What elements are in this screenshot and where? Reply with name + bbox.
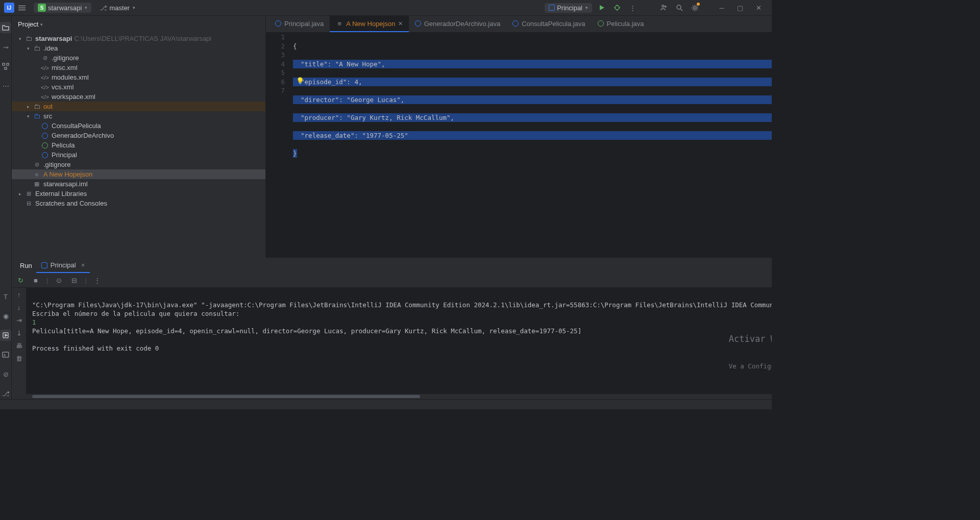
down-button[interactable]: ↓ bbox=[14, 304, 23, 311]
tree-class[interactable]: GeneradorDeArchivo bbox=[12, 131, 265, 140]
bookmarks-tool-button[interactable]: T bbox=[0, 291, 11, 302]
run-panel: Run Principal × ↻ ■ | ⊙ ⊟ | ⋮ ↑ ↓ bbox=[12, 258, 772, 399]
class-icon bbox=[415, 20, 421, 27]
gutter: 1 2 3 4 5 6 7 bbox=[266, 33, 293, 258]
run-config-icon bbox=[41, 262, 47, 268]
intention-bulb-icon[interactable]: 💡 bbox=[296, 77, 304, 86]
project-icon: S bbox=[38, 4, 46, 12]
run-tool-button[interactable] bbox=[0, 330, 11, 341]
close-tab-icon[interactable]: × bbox=[81, 261, 85, 269]
stop-button[interactable]: ■ bbox=[31, 277, 40, 284]
code-editor[interactable]: 1 2 3 4 5 6 7 { "title": "A New Hope", "… bbox=[266, 33, 772, 258]
tree-folder-out[interactable]: ▸ 🗀 out bbox=[12, 102, 265, 111]
tree-class[interactable]: Pelicula bbox=[12, 140, 265, 150]
xml-icon: </> bbox=[40, 94, 50, 100]
run-panel-tabs: Run Principal × bbox=[12, 258, 772, 273]
debug-button[interactable] bbox=[611, 2, 623, 13]
clear-button[interactable]: 🗑 bbox=[14, 355, 23, 362]
iml-icon: ▦ bbox=[32, 181, 41, 187]
print-button[interactable]: 🖶 bbox=[14, 342, 23, 350]
tree-file[interactable]: ▦starwarsapi.iml bbox=[12, 179, 265, 189]
project-tool-button[interactable] bbox=[0, 22, 11, 33]
horizontal-scrollbar[interactable] bbox=[12, 394, 772, 399]
class-icon bbox=[512, 20, 519, 27]
tree-file[interactable]: ⊘.gitignore bbox=[12, 160, 265, 169]
tab-consulta[interactable]: ConsultaPelicula.java bbox=[506, 16, 591, 32]
terminal-tool-button[interactable] bbox=[0, 349, 11, 360]
scroll-to-end-button[interactable]: ⤓ bbox=[14, 329, 23, 337]
run-left-toolbar: ↑ ↓ ⇥ ⤓ 🖶 🗑 bbox=[12, 288, 26, 394]
tree-folder-src[interactable]: ▾ 🗀 src bbox=[12, 111, 265, 121]
tree-file[interactable]: </>misc.xml bbox=[12, 63, 265, 72]
svg-point-1 bbox=[662, 5, 664, 7]
editor-tabs: Principal.java ≡A New Hopejson× Generado… bbox=[266, 16, 772, 33]
run-tab-principal[interactable]: Principal × bbox=[36, 258, 90, 273]
tab-pelicula[interactable]: Pelicula.java bbox=[592, 16, 650, 32]
more-actions-button[interactable]: ⋮ bbox=[627, 2, 638, 13]
search-button[interactable] bbox=[674, 2, 685, 13]
rerun-button[interactable]: ↻ bbox=[16, 277, 25, 284]
services-tool-button[interactable]: ◉ bbox=[0, 310, 11, 321]
code-content[interactable]: { "title": "A New Hope", "episode_id": 4… bbox=[293, 33, 772, 258]
close-button[interactable]: ✕ bbox=[749, 1, 768, 15]
svg-point-3 bbox=[694, 7, 696, 9]
tree-root[interactable]: ▾ 🗀 starwarsapi C:\Users\DELL\PRACTICAS … bbox=[12, 34, 265, 43]
tab-anewhopejson[interactable]: ≡A New Hopejson× bbox=[330, 16, 408, 32]
code-with-me-button[interactable] bbox=[658, 2, 670, 13]
tree-class[interactable]: ConsultaPelicula bbox=[12, 121, 265, 131]
settings-button[interactable] bbox=[689, 2, 700, 13]
status-bar bbox=[0, 399, 772, 409]
up-button[interactable]: ↑ bbox=[14, 291, 23, 299]
xml-icon: </> bbox=[40, 75, 50, 81]
library-icon: ⊞ bbox=[24, 190, 33, 197]
git-tool-button[interactable]: ⎇ bbox=[0, 388, 11, 399]
tree-class[interactable]: Principal bbox=[12, 150, 265, 160]
main-menu-button[interactable] bbox=[16, 2, 28, 13]
intellij-logo-icon: IJ bbox=[4, 3, 14, 13]
svg-point-0 bbox=[615, 6, 619, 10]
folder-icon: 🗀 bbox=[32, 44, 41, 52]
tab-generador[interactable]: GeneradorDeArchivo.java bbox=[409, 16, 507, 32]
structure-tool-button[interactable] bbox=[0, 61, 11, 72]
project-panel: Project ▾ ▾ 🗀 starwarsapi C:\Users\DELL\… bbox=[12, 16, 266, 258]
project-panel-header[interactable]: Project ▾ bbox=[12, 16, 265, 33]
close-tab-icon[interactable]: × bbox=[398, 19, 402, 28]
svg-rect-4 bbox=[3, 63, 5, 65]
titlebar: IJ S starwarsapi ▾ ⎇ master ▾ Principal … bbox=[0, 0, 772, 16]
maximize-button[interactable]: ▢ bbox=[731, 1, 749, 15]
git-branch-selector[interactable]: ⎇ master ▾ bbox=[100, 4, 135, 12]
chevron-down-icon: ▾ bbox=[585, 5, 588, 10]
exit-button[interactable]: ⊟ bbox=[69, 277, 79, 284]
class-icon bbox=[40, 133, 50, 139]
chevron-down-icon: ▾ bbox=[40, 22, 43, 27]
tree-folder-idea[interactable]: ▾ 🗀 .idea bbox=[12, 43, 265, 53]
problems-tool-button[interactable]: ⊘ bbox=[0, 368, 11, 380]
tree-file[interactable]: </>workspace.xml bbox=[12, 92, 265, 102]
tree-scratches[interactable]: ▸ ⊟ Scratches and Consoles bbox=[12, 199, 265, 208]
tree-file[interactable]: </>modules.xml bbox=[12, 72, 265, 82]
project-selector[interactable]: S starwarsapi ▾ bbox=[34, 3, 91, 13]
tree-file[interactable]: </>vcs.xml bbox=[12, 82, 265, 92]
more-button[interactable]: ⋮ bbox=[93, 277, 102, 284]
file-icon: ⊘ bbox=[40, 55, 50, 61]
minimize-button[interactable]: ─ bbox=[713, 1, 731, 15]
tree-file[interactable]: ⊘.gitignore bbox=[12, 53, 265, 63]
tree-file-selected[interactable]: ≡A New Hopejson bbox=[12, 169, 265, 179]
commit-tool-button[interactable]: ⊸ bbox=[0, 41, 11, 53]
run-panel-title: Run bbox=[16, 258, 36, 273]
project-tree: ▾ 🗀 starwarsapi C:\Users\DELL\PRACTICAS … bbox=[12, 33, 265, 258]
run-output[interactable]: "C:\Program Files\Java\jdk-17\bin\java.e… bbox=[26, 288, 772, 394]
run-button[interactable] bbox=[596, 2, 607, 13]
editor-area: Principal.java ≡A New Hopejson× Generado… bbox=[266, 16, 772, 258]
text-file-icon: ≡ bbox=[336, 20, 343, 27]
chevron-down-icon: ▾ bbox=[133, 5, 135, 10]
tree-external-libraries[interactable]: ▸ ⊞ External Libraries bbox=[12, 189, 265, 199]
more-tools-button[interactable]: ⋯ bbox=[0, 80, 11, 91]
run-config-selector[interactable]: Principal ▾ bbox=[545, 3, 592, 13]
soft-wrap-button[interactable]: ⇥ bbox=[14, 316, 23, 324]
chevron-down-icon: ▾ bbox=[85, 5, 87, 10]
dump-threads-button[interactable]: ⊙ bbox=[54, 277, 63, 284]
scratches-icon: ⊟ bbox=[24, 200, 33, 207]
branch-name: master bbox=[109, 4, 130, 12]
tab-principal[interactable]: Principal.java bbox=[269, 16, 330, 32]
